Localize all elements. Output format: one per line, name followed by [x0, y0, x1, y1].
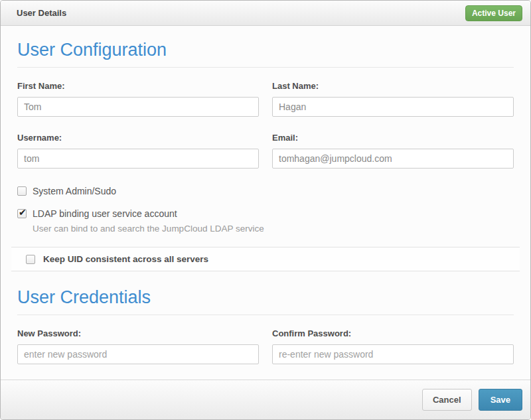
new-password-label: New Password:	[17, 328, 259, 338]
last-name-label: Last Name:	[272, 81, 514, 91]
uid-checkbox-row[interactable]: Keep UID consistent across all servers	[11, 247, 520, 271]
first-name-group: First Name:	[17, 81, 259, 117]
modal-header: User Details Active User	[1, 1, 530, 26]
username-label: Username:	[17, 133, 259, 143]
account-row: Username: Email:	[17, 133, 514, 169]
password-row: New Password: Confirm Password:	[17, 328, 514, 364]
modal-title: User Details	[9, 8, 66, 18]
section-title-user-configuration: User Configuration	[17, 40, 514, 60]
sudo-checkbox-label: System Admin/Sudo	[33, 186, 116, 196]
status-badge: Active User	[465, 5, 522, 21]
email-label: Email:	[272, 133, 514, 143]
save-button[interactable]: Save	[479, 389, 522, 411]
ldap-help-text: User can bind to and search the JumpClou…	[33, 224, 514, 234]
sudo-checkbox[interactable]	[17, 186, 27, 196]
new-password-input[interactable]	[17, 344, 259, 364]
ldap-checkbox-row[interactable]: LDAP binding user service account	[17, 208, 514, 219]
email-group: Email:	[272, 133, 514, 169]
section-title-user-credentials: User Credentials	[17, 287, 514, 308]
confirm-password-group: Confirm Password:	[272, 328, 514, 364]
cancel-button[interactable]: Cancel	[422, 389, 472, 411]
ldap-checkbox[interactable]	[17, 209, 27, 218]
first-name-input[interactable]	[17, 97, 259, 117]
uid-checkbox-label: Keep UID consistent across all servers	[43, 254, 208, 264]
name-row: First Name: Last Name:	[17, 81, 514, 117]
email-input[interactable]	[272, 149, 514, 169]
username-input[interactable]	[17, 149, 259, 169]
last-name-group: Last Name:	[272, 81, 514, 117]
section-divider	[17, 315, 514, 315]
new-password-group: New Password:	[17, 328, 259, 364]
ldap-checkbox-label: LDAP binding user service account	[33, 208, 177, 219]
modal-body: User Configuration First Name: Last Name…	[1, 26, 530, 380]
user-details-modal: User Details Active User User Configurat…	[0, 0, 531, 420]
username-group: Username:	[17, 133, 259, 169]
first-name-label: First Name:	[17, 81, 259, 91]
section-divider	[17, 67, 514, 68]
last-name-input[interactable]	[272, 97, 514, 117]
modal-footer: Cancel Save	[1, 380, 530, 419]
uid-checkbox[interactable]	[26, 255, 35, 264]
sudo-checkbox-row[interactable]: System Admin/Sudo	[17, 186, 514, 196]
confirm-password-input[interactable]	[272, 344, 514, 364]
confirm-password-label: Confirm Password:	[272, 328, 514, 338]
